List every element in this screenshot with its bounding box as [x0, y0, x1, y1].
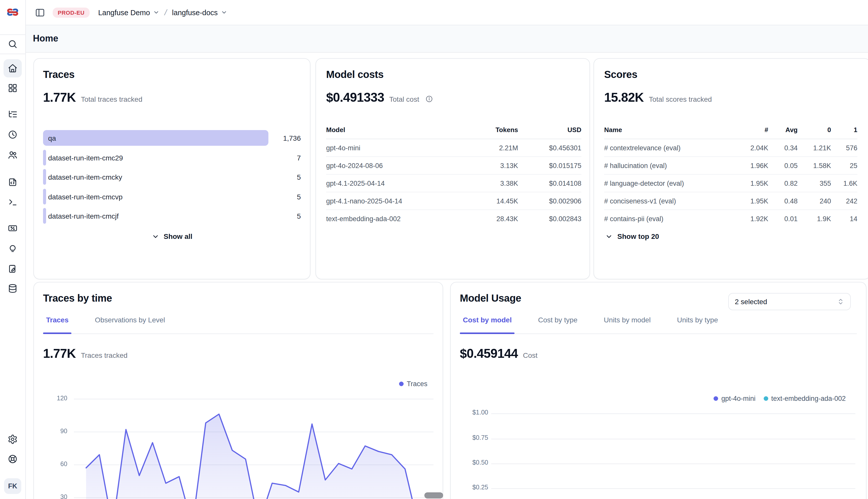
col-count: #: [732, 126, 768, 133]
sidebar-item-search[interactable]: [3, 35, 22, 53]
chevron-down-icon: [221, 9, 227, 16]
database-icon: [8, 283, 18, 293]
bar-value: 7: [269, 154, 301, 162]
bar-label: dataset-run-item-cmcvp: [48, 193, 122, 201]
sidebar-toggle-button[interactable]: [33, 5, 47, 20]
tab-observations-by-level[interactable]: Observations by Level: [92, 316, 168, 333]
gridline: [491, 413, 855, 414]
sidebar-item-home[interactable]: [3, 59, 22, 77]
legend-dot: [714, 396, 718, 401]
info-icon[interactable]: [425, 95, 433, 103]
table-row[interactable]: gpt-4o-2024-08-06 3.13K $0.015175: [326, 157, 581, 174]
show-top-20-label: Show top 20: [617, 232, 659, 240]
table-row[interactable]: gpt-4o-mini 2.21M $0.456301: [326, 139, 581, 157]
table-row[interactable]: # language-detector (eval) 1.95K 0.82 35…: [604, 174, 857, 192]
trace-bar-row[interactable]: dataset-run-item-cmcvp 5: [43, 189, 301, 205]
legend-item-text-embedding-ada-002[interactable]: text-embedding-ada-002: [764, 395, 846, 402]
terminal-icon: [8, 197, 18, 207]
traces-tracked-label: Traces tracked: [81, 351, 127, 359]
col-avg: Avg: [768, 126, 798, 133]
model-select[interactable]: 2 selected: [728, 293, 851, 310]
trace-bar-row[interactable]: dataset-run-item-cmc29 7: [43, 150, 301, 166]
card-title: Model Usage: [460, 293, 521, 304]
sidebar-item-insights[interactable]: [3, 240, 22, 258]
table-row[interactable]: gpt-4.1-2025-04-14 3.38K $0.014108: [326, 174, 581, 192]
show-top-20-button[interactable]: Show top 20: [605, 232, 659, 240]
tab-cost-by-type[interactable]: Cost by type: [535, 316, 581, 333]
langfuse-logo[interactable]: [7, 7, 19, 18]
bar: [43, 130, 269, 146]
bar-value: 5: [269, 212, 301, 220]
top-bar: PROD-EU Langfuse Demo / langfuse-docs: [25, 0, 868, 25]
user-avatar[interactable]: FK: [4, 478, 21, 494]
model-select-value: 2 selected: [735, 297, 767, 306]
sidebar-item-support[interactable]: [3, 450, 22, 468]
trace-bar-row[interactable]: dataset-run-item-cmcky 5: [43, 169, 301, 185]
col-usd: USD: [518, 126, 581, 133]
bar-label: dataset-run-item-cmcky: [48, 173, 122, 181]
chart-legend: gpt-4o-mini text-embedding-ada-002: [714, 395, 846, 402]
sidebar-item-evaluation[interactable]: [3, 219, 22, 238]
gridline: [491, 464, 855, 464]
horizontal-scrollbar-thumb[interactable]: [424, 492, 443, 499]
sidebar-item-playground[interactable]: [3, 193, 22, 211]
table-row[interactable]: # contextrelevance (eval) 2.04K 0.34 1.2…: [604, 139, 857, 157]
show-all-button[interactable]: Show all: [152, 232, 192, 240]
tab-units-by-model[interactable]: Units by model: [601, 316, 654, 333]
traces-total: 1.77K: [43, 90, 76, 105]
trace-bar-row[interactable]: dataset-run-item-cmcjf 5: [43, 208, 301, 224]
y-tick: $1.00: [460, 409, 488, 416]
sidebar-item-sessions[interactable]: [3, 125, 22, 144]
page-title: Home: [33, 33, 58, 44]
y-tick: $0.75: [460, 434, 488, 441]
col-model: Model: [326, 126, 462, 133]
tab-units-by-type[interactable]: Units by type: [674, 316, 721, 333]
legend-item-traces[interactable]: Traces: [399, 380, 427, 388]
card-title: Scores: [604, 69, 637, 81]
sidebar-item-datasets[interactable]: [3, 279, 22, 297]
chevron-down-icon: [605, 233, 613, 240]
model-costs-total-label: Total cost: [389, 95, 419, 103]
bar: [43, 208, 46, 224]
y-tick: $0.25: [460, 484, 488, 491]
tab-cost-by-model[interactable]: Cost by model: [460, 316, 515, 333]
table-row[interactable]: text-embedding-ada-002 28.43K $0.002843: [326, 210, 581, 227]
sidebar-item-settings[interactable]: [3, 430, 22, 448]
scores-card: Scores 15.82K Total scores tracked Name …: [594, 58, 868, 279]
project-switcher[interactable]: langfuse-docs: [172, 8, 227, 16]
bar-value: 5: [269, 173, 301, 181]
bar-value: 5: [269, 193, 301, 201]
sidebar-item-annotation[interactable]: [3, 260, 22, 278]
page-header: Home: [25, 25, 868, 53]
users-icon: [8, 150, 18, 160]
traces-by-time-chart: 120 90 60 30: [43, 390, 433, 499]
search-icon: [8, 39, 18, 49]
clipboard-pen-icon: [8, 264, 18, 274]
sidebar-item-prompts[interactable]: [3, 173, 22, 191]
model-costs-total: $0.491333: [326, 90, 384, 105]
legend-dot: [764, 396, 768, 401]
bar-label: dataset-run-item-cmcjf: [48, 212, 119, 220]
chart-legend: Traces: [399, 380, 427, 388]
model-usage-card: Model Usage 2 selected Cost by model Cos…: [450, 282, 867, 499]
legend-dot: [399, 381, 404, 386]
model-usage-chart: $1.00 $0.75 $0.50 $0.25: [460, 402, 857, 499]
col-zero: 0: [798, 126, 831, 133]
environment-badge: PROD-EU: [53, 7, 90, 17]
tab-traces[interactable]: Traces: [43, 316, 72, 333]
sidebar-item-dashboards[interactable]: [3, 79, 22, 97]
trace-bar-row[interactable]: qa 1,736: [43, 130, 301, 146]
area-chart-svg[interactable]: [43, 390, 433, 499]
table-row[interactable]: # contains-pii (eval) 1.92K 0.01 1.9K 14: [604, 210, 857, 227]
table-row[interactable]: # conciseness-v1 (eval) 1.95K 0.48 240 2…: [604, 192, 857, 210]
table-row[interactable]: gpt-4.1-nano-2025-04-14 14.45K $0.002906: [326, 192, 581, 210]
col-one: 1: [831, 126, 857, 133]
org-name: Langfuse Demo: [98, 8, 150, 16]
sidebar-item-users[interactable]: [3, 146, 22, 164]
table-row[interactable]: # hallucination (eval) 1.96K 0.05 1.58K …: [604, 157, 857, 174]
sidebar-item-tracing[interactable]: [3, 105, 22, 123]
org-switcher[interactable]: Langfuse Demo: [98, 8, 160, 16]
legend-item-gpt-4o-mini[interactable]: gpt-4o-mini: [714, 395, 756, 402]
table-header-row: Model Tokens USD: [326, 120, 581, 139]
sidebar: FK: [0, 0, 26, 499]
